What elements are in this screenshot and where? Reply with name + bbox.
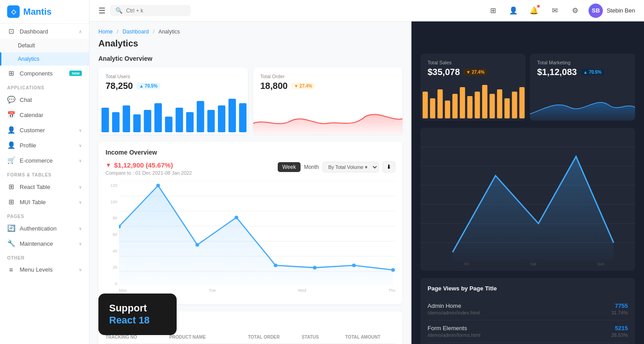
svg-rect-41: [512, 92, 517, 118]
col-product: PRODUCT NAME: [169, 335, 244, 340]
sidebar-item-authentication[interactable]: 🔄 Authentication ∨: [0, 221, 89, 236]
income-chart: 120 100 80 60 40 20 0: [106, 181, 395, 297]
pv-item-1: Form Elements /demo/admin/forms.html 521…: [428, 320, 628, 343]
section-analytic-overview: Analytic Overview: [98, 55, 402, 62]
stat-users-badge: ▲ 70.5%: [136, 83, 160, 89]
dashboard-chevron: ∧: [79, 29, 82, 34]
sidebar-logo[interactable]: ◇ Mantis: [0, 0, 89, 24]
sidebar-react-table-label: React Table: [20, 184, 74, 190]
svg-rect-8: [186, 112, 194, 132]
main-wrap: ☰ 🔍 ⊞ 👤 🔔 ✉ ⚙ SB Stebin Ben Ho: [89, 0, 644, 344]
svg-rect-0: [102, 108, 109, 132]
dark-sales-label: Total Sales: [428, 60, 518, 65]
sidebar-item-dashboard[interactable]: ⊡ Dashboard ∧: [0, 24, 89, 39]
breadcrumb-dashboard[interactable]: Dashboard: [123, 29, 149, 35]
svg-rect-31: [437, 89, 443, 118]
notification-icon[interactable]: 🔔: [527, 4, 541, 18]
maintenance-icon: 🔧: [7, 239, 15, 248]
svg-rect-4: [144, 110, 152, 132]
profile-icon: 👤: [7, 141, 15, 149]
sidebar-item-default[interactable]: Default: [0, 39, 89, 52]
sidebar-item-react-table[interactable]: ⊞ React Table ∨: [0, 179, 89, 194]
section-forms-tables: Forms & Tables: [0, 168, 89, 179]
svg-point-22: [156, 184, 160, 187]
sidebar-default-label: Default: [18, 42, 82, 49]
table-header: TRACKING NO PRODUCT NAME TOTAL ORDER STA…: [106, 331, 395, 344]
sidebar-item-chat[interactable]: 💬 Chat: [0, 92, 89, 107]
sidebar-item-analytics[interactable]: Analytics: [0, 52, 89, 66]
col-amount: TOTAL AMOUNT: [345, 335, 395, 340]
sidebar-item-ecommerce[interactable]: 🛒 E-commerce ∨: [0, 153, 89, 168]
settings-icon[interactable]: ⚙: [568, 4, 582, 18]
light-panel: Home / Dashboard / Analytics Analytics A…: [89, 21, 411, 344]
sidebar-item-profile[interactable]: 👤 Profile ∨: [0, 138, 89, 153]
dark-x-sun: Sun: [597, 262, 605, 271]
recent-orders-title: Recent Orders: [106, 319, 395, 326]
auth-chevron: ∨: [79, 226, 82, 231]
svg-rect-12: [229, 99, 236, 132]
sidebar-item-calendar[interactable]: 📅 Calendar: [0, 107, 89, 122]
volume-select[interactable]: By Total Volume ▾: [322, 162, 379, 172]
customer-chevron: ∨: [79, 128, 82, 133]
svg-point-25: [274, 264, 277, 267]
sidebar-item-customer[interactable]: 👤 Customer ∨: [0, 122, 89, 138]
month-button[interactable]: Month: [304, 164, 319, 170]
col-tracking: TRACKING NO: [106, 335, 165, 340]
section-applications: Applications: [0, 81, 89, 92]
user-avatar-area[interactable]: SB Stebin Ben: [589, 4, 635, 18]
dark-marketing-badge: ▲ 70.5%: [580, 69, 604, 76]
sidebar-chat-label: Chat: [20, 96, 82, 103]
download-button[interactable]: ⬇: [382, 161, 395, 172]
svg-rect-10: [208, 110, 215, 132]
pv-item-0: Admin Home /demo/admin/index.html 7755 3…: [428, 298, 628, 320]
stat-order-value: 18,800 ▼ 27.4%: [260, 81, 395, 91]
breadcrumb-home[interactable]: Home: [98, 29, 113, 35]
svg-rect-42: [519, 87, 525, 118]
menu-levels-icon: ≡: [7, 266, 15, 273]
svg-rect-1: [112, 112, 120, 132]
svg-rect-11: [218, 105, 225, 132]
sidebar-item-maintenance[interactable]: 🔧 Maintenance ∨: [0, 236, 89, 251]
stat-order-label: Total Order: [260, 74, 395, 79]
menu-toggle-icon[interactable]: ☰: [98, 6, 106, 16]
svg-rect-7: [176, 108, 183, 132]
section-pages: Pages: [0, 210, 89, 221]
grid-icon[interactable]: ⊞: [486, 4, 500, 18]
dark-marketing-label: Total Marketing: [537, 60, 628, 65]
sidebar: ◇ Mantis ⊡ Dashboard ∧ Default Analytics…: [0, 0, 89, 344]
search-input[interactable]: [126, 8, 180, 14]
sidebar-item-menu-levels[interactable]: ≡ Menu Levels ∨: [0, 262, 89, 277]
x-label-wed: Wed: [298, 288, 306, 297]
x-label-tue: Tue: [209, 288, 216, 297]
stat-card-order: Total Order 18,800 ▼ 27.4%: [253, 67, 402, 134]
sidebar-item-mui-table[interactable]: ⊞ MUI Table ∨: [0, 194, 89, 210]
section-other: Other: [0, 251, 89, 262]
col-total-order: TOTAL ORDER: [248, 335, 298, 340]
svg-point-28: [391, 268, 395, 272]
stat-users-value: 78,250 ▲ 70.5%: [106, 81, 241, 91]
dark-x-sat: Sat: [530, 262, 536, 271]
ecommerce-icon: 🛒: [7, 156, 15, 164]
dashboard-icon: ⊡: [7, 27, 15, 35]
sidebar-analytics-label: Analytics: [18, 56, 82, 62]
sidebar-mui-table-label: MUI Table: [20, 199, 74, 206]
stat-card-users: Total Users 78,250 ▲ 70.5%: [98, 67, 248, 134]
svg-rect-3: [133, 114, 141, 132]
components-badge: new: [69, 71, 82, 76]
user-switch-icon[interactable]: 👤: [506, 4, 521, 18]
sidebar-item-components[interactable]: ⊞ Components new: [0, 66, 89, 81]
dark-stat-marketing: Total Marketing $1,12,083 ▲ 70.5%: [530, 54, 635, 121]
sidebar-auth-label: Authentication: [20, 225, 74, 232]
x-label-mon: Mon: [119, 288, 127, 297]
income-controls: Week Month By Total Volume ▾ ⬇: [278, 161, 395, 172]
mail-icon[interactable]: ✉: [547, 4, 562, 18]
page-views-title: Page Views by Page Title: [428, 285, 628, 292]
week-button[interactable]: Week: [278, 162, 300, 172]
stat-users-label: Total Users: [106, 74, 241, 79]
svg-point-24: [235, 216, 238, 219]
sidebar-maintenance-label: Maintenance: [20, 240, 74, 247]
income-title: Income Overview: [106, 149, 395, 156]
svg-rect-33: [452, 94, 458, 118]
dark-marketing-value: $1,12,083 ▲ 70.5%: [537, 67, 628, 77]
mui-table-chevron: ∨: [79, 200, 82, 205]
